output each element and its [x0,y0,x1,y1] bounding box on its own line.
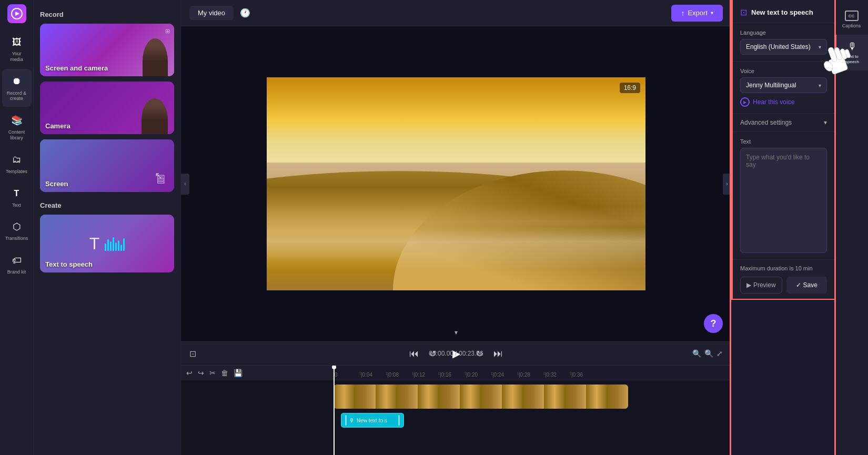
preview-label: Preview [753,281,776,289]
captions-nav-item[interactable]: CC Captions [839,4,864,35]
sidebar-item-text-label: Text [12,203,21,208]
voice-select[interactable]: Jenny Multilingual ▾ [740,77,827,93]
panel-toggle-left[interactable]: ‹ [181,174,189,195]
main-content: My video 🕐 ↑ Export ▾ ‹ 16:9 ? › [181,0,731,455]
sidebar-item-templates-label: Templates [6,169,27,175]
screen-card[interactable]: 🖥 ↖ Screen [40,139,174,192]
skip-back-button[interactable]: ⏮ [409,348,419,359]
video-area: ‹ 16:9 ? › ▾ [181,26,731,341]
tts-footer: Maximum duration is 10 min ▶ Preview ✓ S… [733,259,834,299]
ruler-mark-32: |0:32 [544,372,570,378]
advanced-settings-chevron-icon: ▾ [824,119,827,126]
content-library-icon: 📚 [9,113,24,128]
language-label: Language [740,29,827,36]
redo-icon[interactable]: ↪ [198,369,204,377]
audio-clip-handle-left [345,415,347,426]
screen-and-camera-card[interactable]: ⊞ Screen and camera [40,24,174,76]
video-track [334,385,731,411]
timeline: ↩ ↪ ✂ 🗑 💾 0 |0:04 |0:08 |0:12 |0:16 |0:2… [181,366,731,455]
audio-track: 🎙 New text to s [334,413,731,432]
left-navigation: 🖼 Your media ⏺ Record & create 📚 Content… [0,0,34,455]
tts-panel: ⊡ New text to speech Language English (U… [731,0,834,299]
export-icon: ↑ [681,9,684,17]
audio-clip-handle-right [398,415,400,426]
timeline-playhead[interactable] [334,366,335,455]
ruler-mark-24: |0:24 [491,372,518,378]
tts-card-label: Text to speech [45,260,93,268]
audio-clip[interactable]: 🎙 New text to s [341,413,404,428]
play-voice-icon: ▶ [740,97,750,107]
video-tab[interactable]: My video [189,6,234,20]
max-duration-label: Maximum duration is 10 min [740,265,827,271]
zoom-out-icon[interactable]: 🔍 [692,349,701,358]
save-button[interactable]: ✓ Save [786,277,827,294]
sidebar-item-transitions-label: Transitions [5,236,28,241]
video-clip[interactable] [334,385,628,409]
sidebar-item-brand-kit[interactable]: 🏷 Brand kit [2,248,32,280]
language-chevron-icon: ▾ [819,44,821,50]
ruler-mark-12: |0:12 [412,372,439,378]
templates-icon: 🗂 [9,153,24,167]
screen-camera-card-label: Screen and camera [45,64,108,72]
audio-icon: 🎙 [349,417,355,423]
expand-timeline-icon[interactable]: ⤢ [716,349,723,358]
hear-voice-label: Hear this voice [753,98,794,106]
voice-section: Voice Jenny Multilingual ▾ ▶ Hear this v… [733,62,834,114]
history-icon[interactable]: 🕐 [240,8,250,18]
camera-card-label: Camera [45,122,70,130]
skip-forward-button[interactable]: ⏭ [493,348,503,359]
sidebar-item-text[interactable]: T Text [2,181,32,214]
preview-button[interactable]: ▶ Preview [740,277,782,294]
timeline-tracks: 🎙 New text to s [181,380,731,432]
sidebar-item-your-media[interactable]: 🖼 Your media [2,29,32,68]
panel-toggle-right[interactable]: › [723,174,731,195]
tts-textarea[interactable] [740,148,827,253]
tts-nav-item[interactable]: 🎙 Text to speech [835,35,868,70]
text-label: Text [740,138,827,145]
save-icon[interactable]: 💾 [234,369,243,377]
video-tab-label: My video [198,9,225,17]
cut-icon[interactable]: ✂ [209,369,216,377]
ruler-mark-28: |0:28 [518,372,544,378]
ruler-marks: 0 |0:04 |0:08 |0:12 |0:16 |0:20 |0:24 |0… [334,366,597,378]
create-section-title: Create [40,201,174,209]
save-check-icon: ✓ [796,281,801,289]
help-button[interactable]: ? [704,314,723,333]
record-create-panel: Record ⊞ Screen and camera Camera 🖥 ↖ Sc… [34,0,181,455]
sidebar-item-content-library-label: Content library [5,129,28,141]
ruler-mark-16: |0:16 [439,372,465,378]
sidebar-item-templates[interactable]: 🗂 Templates [2,147,32,180]
record-create-icon: ⏺ [9,74,24,89]
video-preview: 16:9 [267,77,645,290]
time-separator: / [455,350,459,357]
text-to-speech-card[interactable]: T Text to speech [40,215,174,272]
aspect-ratio-badge: 16:9 [620,83,640,93]
camera-card[interactable]: Camera [40,82,174,134]
sidebar-item-transitions[interactable]: ⬡ Transitions [2,214,32,247]
ruler-mark-0: 0 [334,372,360,378]
hear-voice-button[interactable]: ▶ Hear this voice [740,97,827,107]
timeline-ruler: ↩ ↪ ✂ 🗑 💾 0 |0:04 |0:08 |0:12 |0:16 |0:2… [181,366,731,380]
tts-panel-title: New text to speech [751,8,813,16]
language-select[interactable]: English (United States) ▾ [740,39,827,55]
captions-icon[interactable]: ⊡ [189,349,196,359]
collapse-video-icon[interactable]: ▾ [455,329,458,336]
right-sidebar: CC Captions 🎙 Text to speech [834,0,868,455]
undo-icon[interactable]: ↩ [186,369,193,377]
audio-clip-label: New text to s [357,418,387,423]
captions-icon: CC [845,11,859,21]
sidebar-item-your-media-label: Your media [5,51,28,63]
transitions-icon: ⬡ [9,219,24,234]
screen-card-label: Screen [45,180,68,188]
delete-icon[interactable]: 🗑 [221,369,228,377]
zoom-in-icon[interactable]: 🔍 [704,349,713,358]
save-label: Save [803,281,817,289]
advanced-settings-label: Advanced settings [740,119,792,126]
advanced-settings-toggle[interactable]: Advanced settings ▾ [733,114,834,132]
export-button[interactable]: ↑ Export ▾ [671,5,723,22]
text-icon: T [9,186,24,201]
sidebar-item-content-library[interactable]: 📚 Content library [2,108,32,146]
sidebar-item-record-create[interactable]: ⏺ Record & create [2,69,32,107]
ruler-mark-20: |0:20 [465,372,491,378]
language-section: Language English (United States) ▾ [733,23,834,62]
